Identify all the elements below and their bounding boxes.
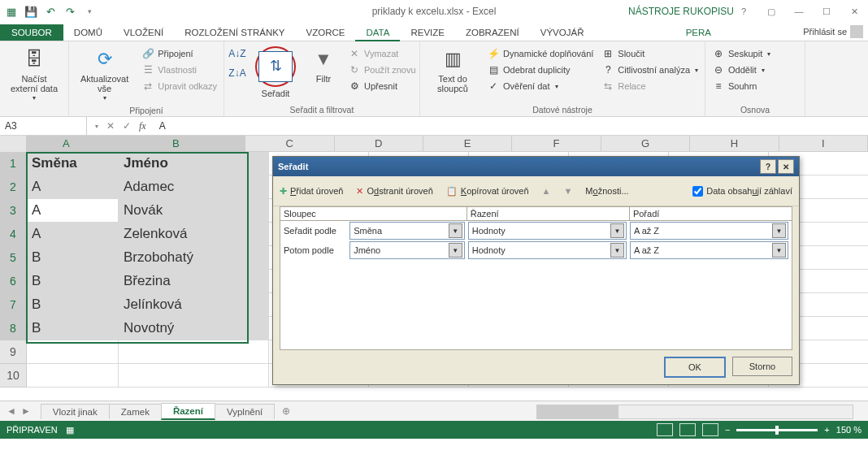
- undo-icon[interactable]: ↶: [42, 3, 59, 19]
- sheet-tab-2[interactable]: Zamek: [109, 404, 162, 419]
- maximize-icon[interactable]: ☐: [813, 2, 840, 20]
- relations-button[interactable]: ⇆Relace: [600, 79, 700, 93]
- add-sheet-icon[interactable]: ⊕: [274, 403, 298, 419]
- dialog-titlebar[interactable]: Seřadit ? ✕: [273, 157, 799, 176]
- sheet-tab-4[interactable]: Vyplnění: [215, 404, 275, 419]
- macro-icon[interactable]: ▦: [66, 425, 74, 435]
- tab-review[interactable]: REVIZE: [400, 25, 455, 41]
- data-validation-button[interactable]: ✓Ověření dat▾: [485, 79, 595, 93]
- cell[interactable]: A: [27, 223, 119, 246]
- column-header[interactable]: G: [601, 136, 690, 152]
- row-header[interactable]: 8: [0, 317, 27, 340]
- sort-by-on-select[interactable]: Hodnoty▼: [468, 222, 627, 240]
- enter-icon[interactable]: ✓: [123, 120, 131, 132]
- sign-in[interactable]: Přihlásit se: [803, 25, 863, 38]
- clear-filter-button[interactable]: ✕Vymazat: [346, 46, 418, 61]
- move-up-button[interactable]: ▲: [542, 186, 551, 196]
- name-box[interactable]: A3: [0, 117, 87, 135]
- reapply-button[interactable]: ↻Použít znovu: [346, 63, 418, 77]
- tab-dev[interactable]: VÝVOJÁŘ: [530, 25, 595, 41]
- tab-insert[interactable]: VLOŽENÍ: [113, 25, 174, 41]
- column-header[interactable]: F: [512, 136, 601, 152]
- sheet-prev-icon[interactable]: ◄: [7, 405, 16, 417]
- dialog-help-icon[interactable]: ?: [760, 159, 776, 174]
- cell[interactable]: Zelenková: [119, 223, 269, 246]
- save-icon[interactable]: 💾: [23, 3, 39, 19]
- cell[interactable]: B: [27, 293, 119, 317]
- flash-fill-button[interactable]: ⚡Dynamické doplňování: [485, 46, 595, 61]
- sheet-tab-3[interactable]: Řazení: [161, 403, 215, 420]
- namebox-dropdown-icon[interactable]: ▾: [95, 123, 98, 130]
- row-header[interactable]: 7: [0, 293, 27, 317]
- then-by-order-select[interactable]: A až Z▼: [630, 241, 788, 259]
- column-header[interactable]: C: [245, 136, 334, 152]
- column-header[interactable]: E: [423, 136, 512, 152]
- sheet-tab-1[interactable]: Vlozit jinak: [41, 404, 110, 419]
- column-header[interactable]: B: [107, 136, 246, 152]
- horizontal-scrollbar[interactable]: [536, 405, 853, 419]
- zoom-level[interactable]: 150 %: [836, 425, 861, 435]
- help-icon[interactable]: ?: [730, 2, 757, 20]
- dialog-close-icon[interactable]: ✕: [778, 159, 794, 174]
- text-to-columns-button[interactable]: ▥ Text do sloupců: [425, 43, 480, 97]
- cell[interactable]: Březina: [119, 270, 269, 293]
- tab-pens[interactable]: PERA: [675, 25, 722, 41]
- ribbon-options-icon[interactable]: ▢: [757, 2, 785, 20]
- properties-button[interactable]: ☰Vlastnosti: [140, 63, 219, 77]
- row-header[interactable]: 9: [0, 340, 27, 364]
- add-level-button[interactable]: ✚Přidat úroveň: [280, 186, 343, 197]
- delete-level-button[interactable]: ✕Odstranit úroveň: [356, 186, 432, 197]
- zoom-in-icon[interactable]: +: [824, 425, 829, 435]
- cell[interactable]: Brzobohatý: [119, 246, 269, 270]
- view-pagebreak-icon[interactable]: [702, 423, 718, 436]
- sort-desc-button[interactable]: Z↓A: [229, 66, 245, 80]
- whatif-button[interactable]: ?Citlivostní analýza▾: [600, 63, 700, 77]
- sort-button[interactable]: ⇅ Seřadit: [250, 43, 301, 102]
- cell[interactable]: [119, 364, 269, 388]
- cell[interactable]: B: [27, 246, 119, 270]
- has-header-checkbox[interactable]: Data obsahují záhlaví: [692, 186, 792, 197]
- cell[interactable]: Novák: [119, 199, 269, 223]
- worksheet-grid[interactable]: ABCDEFGHI 1SměnaJméno2AAdamec3ANovák4AZe…: [0, 136, 868, 401]
- move-down-button[interactable]: ▼: [563, 186, 572, 196]
- fx-icon[interactable]: fx: [139, 120, 146, 132]
- row-header[interactable]: 5: [0, 246, 27, 270]
- edit-links-button[interactable]: ⇄Upravit odkazy: [140, 79, 219, 93]
- row-header[interactable]: 2: [0, 175, 27, 199]
- qat-more-icon[interactable]: ▾: [81, 3, 98, 19]
- remove-duplicates-button[interactable]: ▤Odebrat duplicity: [485, 63, 595, 77]
- tab-layout[interactable]: ROZLOŽENÍ STRÁNKY: [174, 25, 295, 41]
- zoom-out-icon[interactable]: −: [725, 425, 730, 435]
- formula-input[interactable]: A: [154, 120, 868, 132]
- cell[interactable]: Adamec: [119, 175, 269, 199]
- cell[interactable]: Jméno: [119, 152, 269, 175]
- ok-button[interactable]: OK: [664, 357, 726, 378]
- then-by-on-select[interactable]: Hodnoty▼: [468, 241, 627, 259]
- row-header[interactable]: 4: [0, 223, 27, 246]
- subtotal-button[interactable]: ≡Souhrn: [710, 79, 772, 93]
- refresh-all-button[interactable]: ⟳ Aktualizovat vše ▾: [74, 43, 135, 106]
- then-by-column-select[interactable]: Jméno▼: [349, 241, 465, 259]
- row-header[interactable]: 3: [0, 199, 27, 223]
- tab-view[interactable]: ZOBRAZENÍ: [455, 25, 530, 41]
- redo-icon[interactable]: ↷: [62, 3, 78, 19]
- copy-level-button[interactable]: 📋Kopírovat úroveň: [446, 186, 529, 197]
- cancel-button[interactable]: Storno: [732, 357, 792, 376]
- cancel-icon[interactable]: ✕: [106, 120, 115, 132]
- tab-home[interactable]: DOMŮ: [63, 25, 113, 41]
- row-header[interactable]: 1: [0, 152, 27, 175]
- column-header[interactable]: I: [779, 136, 868, 152]
- consolidate-button[interactable]: ⊞Sloučit: [600, 46, 700, 61]
- row-header[interactable]: 6: [0, 270, 27, 293]
- advanced-filter-button[interactable]: ⚙Upřesnit: [346, 79, 418, 93]
- view-normal-icon[interactable]: [657, 423, 673, 436]
- close-icon[interactable]: ✕: [840, 2, 868, 20]
- options-button[interactable]: Možnosti...: [585, 186, 628, 196]
- tab-file[interactable]: SOUBOR: [0, 24, 63, 41]
- view-layout-icon[interactable]: [679, 423, 696, 436]
- cell[interactable]: [27, 340, 119, 364]
- cell[interactable]: Směna: [27, 152, 119, 175]
- ungroup-button[interactable]: ⊖Oddělit▾: [710, 63, 772, 77]
- sheet-next-icon[interactable]: ►: [21, 405, 31, 417]
- sort-asc-button[interactable]: A↓Z: [229, 46, 245, 61]
